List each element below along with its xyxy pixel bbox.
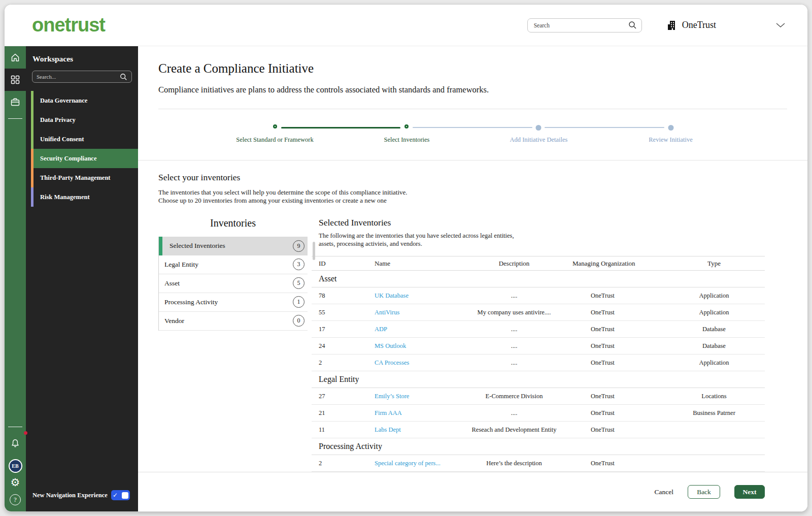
sidebar-item-label: Unified Consent (40, 136, 84, 143)
global-search-input[interactable] (534, 22, 628, 28)
sidebar-item-label: Security Compliance (40, 155, 96, 163)
sidebar-search[interactable] (32, 71, 132, 83)
column-header-name: Name (375, 260, 456, 268)
global-search[interactable] (527, 18, 642, 33)
inventories-panel: Inventories Selected Inventories9Legal E… (158, 217, 308, 472)
table-row-uk-database: 78UK Database....OneTrustApplication (312, 287, 765, 304)
stepper-connector-2 (413, 127, 532, 128)
sidebar-item-data-privacy[interactable]: Data Privacy (26, 110, 138, 130)
org-switcher[interactable]: OneTrust (666, 20, 716, 31)
next-button[interactable]: Next (734, 485, 765, 499)
cell-name: CA Processes (375, 359, 456, 367)
inventory-link[interactable]: Emily’s Store (375, 393, 409, 400)
count-badge: 3 (293, 259, 304, 270)
table-group-row-asset: Asset (312, 271, 765, 287)
help-button[interactable]: ? (10, 494, 21, 505)
inventory-category-asset[interactable]: Asset5 (159, 274, 308, 293)
cell-type: Application (682, 359, 765, 367)
avatar[interactable]: EB (9, 459, 22, 473)
back-button[interactable]: Back (688, 485, 720, 499)
sidebar-item-third-party-management[interactable]: Third-Party Management (26, 168, 138, 187)
toggle-check-icon: ✓ (113, 492, 118, 499)
home-icon (10, 52, 20, 62)
section-heading: Select your inventories (158, 172, 787, 183)
stepper-track: Select Standard or FrameworkSelect Inven… (275, 124, 671, 155)
inventory-link[interactable]: MS Outlook (375, 342, 406, 349)
rail-briefcase-button[interactable] (5, 91, 26, 113)
briefcase-icon (10, 97, 20, 107)
toggle-knob (122, 492, 128, 499)
inventory-link[interactable]: ADP (375, 326, 387, 333)
inventory-link[interactable]: Labs Dept (375, 426, 401, 433)
account-menu-toggle[interactable] (776, 23, 785, 28)
inventory-link[interactable]: AntiVirus (375, 309, 399, 316)
table-row-ms-outlook: 24MS Outlook....OneTrustDatabase (312, 338, 765, 354)
table-group-label: Asset (319, 274, 337, 283)
cell-name: Special category of pers... (375, 460, 456, 467)
step-circle-3[interactable] (536, 125, 542, 131)
step-circle-1[interactable] (273, 124, 277, 128)
inventory-link[interactable]: CA Processes (375, 359, 409, 366)
table-group-label: Legal Entity (319, 375, 359, 384)
column-header-description: Description (456, 260, 572, 268)
cell-type: Locations (682, 393, 765, 400)
cell-name: Labs Dept (375, 426, 456, 434)
inventory-link[interactable]: Special category of pers... (375, 460, 441, 467)
sidebar-item-label: Third-Party Management (40, 174, 111, 182)
select-inventories-section: Select your inventories The inventories … (138, 160, 807, 205)
rail-workspaces-button[interactable] (5, 69, 26, 91)
column-header-managing-organization: Managing Organization (572, 260, 682, 268)
org-name: OneTrust (682, 20, 716, 30)
cell-description: .... (456, 359, 572, 367)
cell-type: Database (682, 326, 765, 333)
notifications-button[interactable] (5, 432, 26, 455)
cell-id: 24 (319, 342, 375, 350)
stepper-connector-1 (281, 127, 401, 129)
step-circle-4[interactable] (668, 125, 673, 131)
cell-id: 17 (319, 326, 375, 333)
inventory-link[interactable]: UK Database (375, 292, 409, 299)
section-description-line1: The inventories that you select will hel… (158, 188, 787, 197)
cell-type: Application (682, 309, 765, 316)
workspace-color-bar (31, 187, 33, 207)
inventory-category-label: Asset (164, 279, 180, 287)
table-row-antivirus: 55AntiVirusMy company uses antivire....O… (312, 304, 765, 321)
workspace-color-bar (31, 168, 33, 187)
inventory-category-processing-activity[interactable]: Processing Activity1 (159, 293, 308, 312)
cell-managing-organization: OneTrust (572, 460, 682, 467)
sidebar-title: Workspaces (26, 46, 138, 70)
scrollbar-thumb[interactable] (313, 242, 315, 260)
settings-button[interactable]: ⚙ (11, 477, 20, 488)
page-title: Create a Compliance Initiative (158, 61, 787, 76)
rail-divider-bottom (8, 427, 22, 427)
cancel-button[interactable]: Cancel (655, 488, 673, 496)
table-group-row-processing-activity: Processing Activity (312, 438, 765, 455)
cell-managing-organization: OneTrust (572, 409, 682, 417)
step-circle-2[interactable] (404, 124, 409, 128)
cell-managing-organization: OneTrust (572, 326, 682, 333)
inventory-category-legal-entity[interactable]: Legal Entity3 (159, 255, 308, 274)
sidebar-item-security-compliance[interactable]: Security Compliance (26, 149, 138, 168)
cell-description: .... (456, 326, 572, 333)
cell-description: My company uses antivire.... (456, 309, 572, 316)
table-row-emily-s-store: 27Emily’s StoreE-Commerce DivisionOneTru… (312, 388, 765, 405)
top-header: onetrust (5, 5, 807, 46)
cell-type: Application (682, 292, 765, 300)
new-nav-toggle[interactable]: ✓ (111, 490, 130, 500)
workspace-color-bar (31, 91, 33, 110)
inventories-title: Inventories (158, 217, 308, 229)
sidebar-item-unified-consent[interactable]: Unified Consent (26, 130, 138, 149)
page-subtitle: Compliance initiatives are plans to addr… (158, 85, 787, 95)
question-icon: ? (14, 496, 17, 504)
inventory-category-vendor[interactable]: Vendor0 (159, 312, 308, 331)
sidebar-search-input[interactable] (37, 74, 120, 80)
rail-home-button[interactable] (5, 46, 26, 69)
cell-name: AntiVirus (375, 309, 456, 316)
cell-description: .... (456, 342, 572, 350)
sidebar-item-data-governance[interactable]: Data Governance (26, 91, 138, 110)
sidebar-item-risk-management[interactable]: Risk Management (26, 187, 138, 207)
grid-icon (10, 75, 20, 85)
inventory-category-selected-inventories[interactable]: Selected Inventories9 (159, 237, 308, 255)
wizard-stepper: Select Standard or FrameworkSelect Inven… (138, 109, 807, 160)
inventory-link[interactable]: Firm AAA (375, 409, 402, 416)
